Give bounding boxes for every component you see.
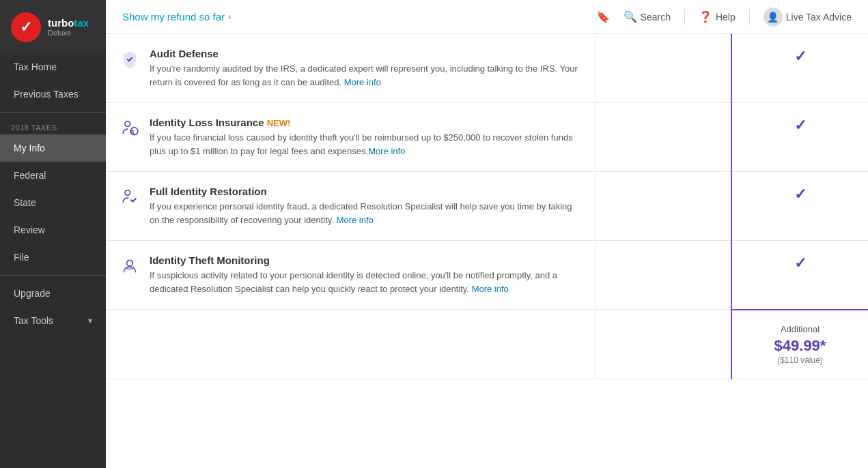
top-bar: Show my refund so far › 🔖 🔍 Search ❓ Hel… [106,0,868,34]
feature-description: If you face financial loss caused by ide… [150,131,581,158]
sidebar-item-tax-home[interactable]: Tax Home [0,53,106,81]
mask-person-icon [120,256,140,276]
sidebar: ✓ turbotax Deluxe Tax Home Previous Taxe… [0,0,106,468]
svg-point-4 [127,260,133,266]
chevron-right-icon: › [228,12,231,22]
top-bar-actions: 🔖 🔍 Search ❓ Help 👤 Live Tax Advice [596,8,852,27]
feature-title: Full Identity Restoration [150,186,581,197]
more-info-link[interactable]: More info [344,77,381,87]
main-area: Show my refund so far › 🔖 🔍 Search ❓ Hel… [106,0,868,468]
live-advice-button[interactable]: 👤 Live Tax Advice [764,8,852,27]
sidebar-item-previous-taxes[interactable]: Previous Taxes [0,81,106,108]
sidebar-item-my-info[interactable]: My Info [0,134,106,162]
search-icon: 🔍 [624,10,637,23]
feature-title: Identity Theft Monitoring [150,254,581,266]
svg-point-0 [125,121,130,127]
brand-name: turbotax [48,18,89,29]
feature-description: If suspicious activity related to your p… [150,269,581,295]
feature-title: Audit Defense [150,48,581,59]
feature-title: Identity Loss Insurance NEW! [150,117,581,128]
sidebar-section-2018: 2018 TAXES [0,117,106,134]
checkmark-icon: ✓ [794,186,807,203]
divider [684,9,685,25]
help-button[interactable]: ❓ Help [699,10,736,23]
checkmark-icon: ✓ [794,254,807,272]
more-info-link[interactable]: More info [368,146,405,156]
feature-description: If you experience personal identity frau… [150,200,581,226]
logo-icon: ✓ [11,12,41,42]
sidebar-navigation: Tax Home Previous Taxes 2018 TAXES My In… [0,53,106,468]
table-row: Full Identity Restoration If you experie… [106,172,868,241]
sidebar-item-review[interactable]: Review [0,216,106,244]
new-badge: NEW! [267,118,291,128]
feature-description: If you're randomly audited by the IRS, a… [150,62,581,89]
bookmark-button[interactable]: 🔖 [596,10,610,23]
sidebar-item-federal[interactable]: Federal [0,162,106,189]
sidebar-logo: ✓ turbotax Deluxe [0,0,106,53]
chevron-down-icon: ▾ [88,316,92,325]
table-row: $ Identity Loss Insurance NEW! [106,103,868,172]
shield-icon [120,49,140,70]
features-table: Audit Defense If you're randomly audited… [106,34,868,379]
pricing-cell: Additional $49.99* ($110 value) [731,310,868,379]
show-refund-link[interactable]: Show my refund so far › [122,11,231,23]
person-dollar-icon: $ [120,118,140,138]
person-check-icon [120,187,140,207]
divider [749,9,750,25]
brand-tier: Deluxe [48,29,89,37]
checkmark-icon: ✓ [794,48,807,65]
sidebar-item-state[interactable]: State [0,189,106,216]
search-button[interactable]: 🔍 Search [624,10,671,23]
table-row: Audit Defense If you're randomly audited… [106,34,868,103]
pricing-row: Additional $49.99* ($110 value) [106,310,868,379]
bookmark-icon: 🔖 [596,10,610,23]
svg-point-3 [125,190,130,196]
help-icon: ❓ [699,10,712,23]
more-info-link[interactable]: More info [337,215,374,225]
sidebar-item-upgrade[interactable]: Upgrade [0,280,106,307]
checkmark-icon: ✓ [794,117,807,134]
sidebar-item-tax-tools[interactable]: Tax Tools ▾ [0,307,106,334]
more-info-link[interactable]: More info [472,284,509,294]
table-row: Identity Theft Monitoring If suspicious … [106,241,868,310]
sidebar-item-file[interactable]: File [0,244,106,271]
advisor-icon: 👤 [764,8,783,27]
content-area: Audit Defense If you're randomly audited… [106,34,868,468]
